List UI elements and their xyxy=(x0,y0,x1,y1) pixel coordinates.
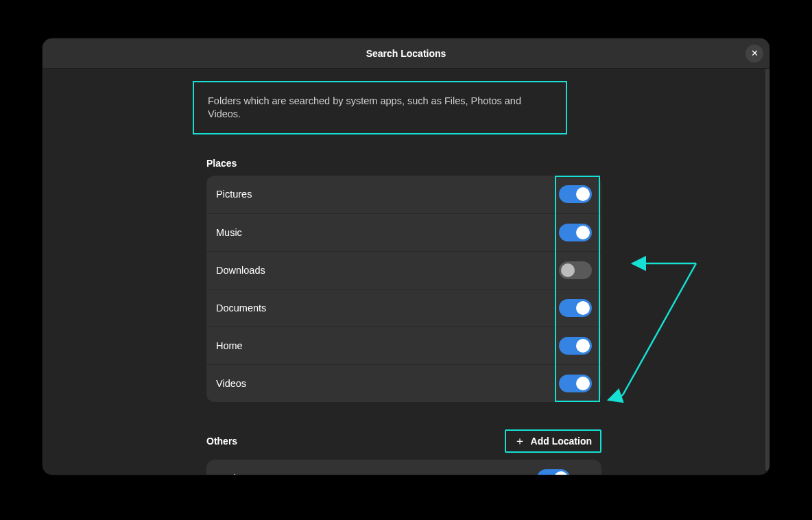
places-section-header: Places xyxy=(206,158,601,169)
row-label: Desktop xyxy=(216,473,252,475)
toggle-music[interactable] xyxy=(559,224,592,241)
toggle-knob xyxy=(576,187,590,201)
scrollbar[interactable] xyxy=(765,69,769,471)
description-text: Folders which are searched by system app… xyxy=(208,95,521,119)
toggle-downloads[interactable] xyxy=(559,261,592,279)
description-box: Folders which are searched by system app… xyxy=(193,81,567,134)
list-item: Documents xyxy=(206,289,601,327)
search-locations-window: Search Locations ✕ Folders which are sea… xyxy=(43,38,769,475)
toggle-knob xyxy=(576,301,590,315)
toggle-knob xyxy=(576,339,590,353)
row-label: Home xyxy=(216,340,243,351)
toggle-knob xyxy=(554,471,568,475)
list-item: Videos xyxy=(206,364,601,402)
inner-column: Folders which are searched by system app… xyxy=(206,81,601,475)
row-label: Videos xyxy=(216,378,246,389)
window-title: Search Locations xyxy=(366,48,446,59)
places-title: Places xyxy=(206,158,237,169)
close-icon: ✕ xyxy=(751,48,759,58)
list-item: Desktop ✕ xyxy=(206,460,601,475)
toggle-documents[interactable] xyxy=(559,299,592,317)
row-label: Documents xyxy=(216,303,266,314)
list-item: Music xyxy=(206,213,601,251)
list-item: Pictures xyxy=(206,176,601,213)
list-item: Downloads xyxy=(206,251,601,289)
scrollbar-thumb[interactable] xyxy=(765,69,769,471)
toggle-knob xyxy=(576,377,590,390)
list-item: Home xyxy=(206,327,601,364)
toggle-knob xyxy=(561,263,575,277)
toggle-knob xyxy=(576,226,590,239)
row-label: Pictures xyxy=(216,189,252,200)
places-list: Pictures Music Downloads Documents xyxy=(206,176,601,402)
add-location-button[interactable]: ＋ Add Location xyxy=(505,429,601,453)
add-location-label: Add Location xyxy=(531,436,592,447)
row-right: ✕ xyxy=(537,469,592,475)
others-title: Others xyxy=(206,436,237,447)
places-list-wrapper: Pictures Music Downloads Documents xyxy=(206,176,601,402)
remove-location-button[interactable]: ✕ xyxy=(577,471,592,475)
content-area: Folders which are searched by system app… xyxy=(43,69,765,475)
others-list: Desktop ✕ xyxy=(206,460,601,475)
toggle-desktop[interactable] xyxy=(537,469,570,475)
toggle-pictures[interactable] xyxy=(559,185,592,203)
titlebar: Search Locations ✕ xyxy=(43,38,769,69)
plus-icon: ＋ xyxy=(514,436,525,447)
row-label: Downloads xyxy=(216,265,265,276)
others-section-header: Others ＋ Add Location xyxy=(206,429,601,453)
remove-icon: ✕ xyxy=(580,473,588,475)
toggle-videos[interactable] xyxy=(559,375,592,392)
close-button[interactable]: ✕ xyxy=(745,45,763,62)
toggle-home[interactable] xyxy=(559,337,592,355)
row-label: Music xyxy=(216,227,242,238)
